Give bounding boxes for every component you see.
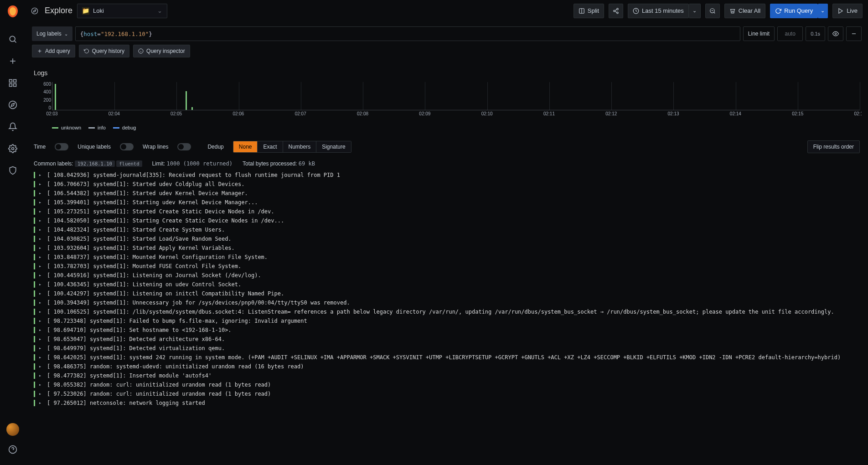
log-line[interactable]: ▸[ 97.265012] netconsole: network loggin… [32, 398, 859, 408]
log-line[interactable]: ▸[ 108.042936] systemd-journald[335]: Re… [32, 170, 859, 180]
log-list[interactable]: ▸[ 108.042936] systemd-journald[335]: Re… [32, 170, 862, 465]
log-line[interactable]: ▸[ 100.106525] systemd[1]: /lib/systemd/… [32, 307, 859, 316]
log-line[interactable]: ▸[ 100.445916] systemd[1]: Listening on … [32, 271, 859, 280]
expand-caret-icon[interactable]: ▸ [39, 271, 43, 280]
expand-caret-icon[interactable]: ▸ [39, 380, 43, 389]
flip-results-button[interactable]: Flip results order [807, 140, 860, 153]
log-line[interactable]: ▸[ 103.932604] systemd[1]: Started Apply… [32, 243, 859, 253]
log-line[interactable]: ▸[ 98.723348] systemd[1]: Failed to bump… [32, 316, 859, 326]
time-toggle[interactable] [55, 143, 68, 150]
legend-item[interactable]: debug [113, 125, 136, 130]
content: Log labels ⌄ {host="192.168.1.10"} Line … [26, 22, 868, 465]
log-line[interactable]: ▸[ 104.030825] systemd[1]: Started Load/… [32, 234, 859, 243]
run-query-button[interactable]: Run Query [770, 4, 818, 18]
search-icon[interactable] [4, 30, 22, 48]
line-limit-input[interactable]: auto [777, 26, 803, 41]
log-line[interactable]: ▸[ 100.424297] systemd[1]: Listening on … [32, 289, 859, 298]
log-line[interactable]: ▸[ 98.477382] systemd[1]: Inserted modul… [32, 371, 859, 380]
expand-caret-icon[interactable]: ▸ [39, 335, 43, 344]
expand-caret-icon[interactable]: ▸ [39, 207, 43, 216]
log-line[interactable]: ▸[ 97.523026] random: curl: uninitialize… [32, 389, 859, 398]
log-labels-button[interactable]: Log labels ⌄ [32, 26, 72, 41]
dedup-option[interactable]: Signature [316, 141, 351, 152]
log-line[interactable]: ▸[ 103.782703] systemd[1]: Mounted FUSE … [32, 262, 859, 271]
datasource-select[interactable]: 📁 Loki ⌄ [77, 4, 167, 18]
expand-caret-icon[interactable]: ▸ [39, 344, 43, 353]
expand-caret-icon[interactable]: ▸ [39, 180, 43, 189]
live-button[interactable]: Live [832, 4, 863, 18]
expand-caret-icon[interactable]: ▸ [39, 289, 43, 298]
log-line[interactable]: ▸[ 100.394349] systemd[1]: Unnecessary j… [32, 298, 859, 307]
log-line[interactable]: ▸[ 98.486375] random: systemd-udevd: uni… [32, 362, 859, 371]
log-line[interactable]: ▸[ 104.582050] systemd[1]: Starting Crea… [32, 216, 859, 225]
log-line[interactable]: ▸[ 104.482324] systemd[1]: Started Creat… [32, 225, 859, 234]
expand-caret-icon[interactable]: ▸ [39, 298, 43, 307]
remove-query-button[interactable] [846, 26, 862, 41]
configuration-icon[interactable] [4, 140, 22, 158]
share-button[interactable] [609, 4, 623, 18]
grafana-logo[interactable] [5, 5, 20, 19]
chart-plot-area[interactable] [52, 82, 860, 110]
expand-caret-icon[interactable]: ▸ [39, 198, 43, 207]
chevron-down-icon: ⌄ [64, 31, 68, 36]
alerting-icon[interactable] [4, 118, 22, 136]
timerange-chevron[interactable]: ⌄ [689, 4, 701, 18]
unique-labels-toggle[interactable] [120, 143, 134, 150]
legend-item[interactable]: unknown [52, 125, 81, 130]
query-history-button[interactable]: Query history [79, 45, 129, 57]
log-line[interactable]: ▸[ 105.273251] systemd[1]: Started Creat… [32, 207, 859, 216]
expand-caret-icon[interactable]: ▸ [39, 307, 43, 316]
expand-caret-icon[interactable]: ▸ [39, 316, 43, 326]
explore-icon[interactable] [4, 96, 22, 114]
expand-caret-icon[interactable]: ▸ [39, 189, 43, 198]
dashboards-icon[interactable] [4, 74, 22, 92]
log-line[interactable]: ▸[ 105.399401] systemd[1]: Starting udev… [32, 198, 859, 207]
zoom-out-button[interactable] [705, 4, 720, 18]
log-line[interactable]: ▸[ 106.544382] systemd[1]: Started udev … [32, 189, 859, 198]
log-line[interactable]: ▸[ 98.649979] systemd[1]: Detected virtu… [32, 344, 859, 353]
clear-all-button[interactable]: Clear All [724, 4, 765, 18]
run-query-dropdown[interactable]: ⌄ [818, 4, 828, 18]
log-line[interactable]: ▸[ 98.653047] systemd[1]: Detected archi… [32, 335, 859, 344]
avatar[interactable] [6, 423, 19, 436]
timerange-button[interactable]: Last 15 minutes [628, 4, 689, 18]
server-admin-icon[interactable] [4, 161, 22, 180]
panel-title: Logs [34, 69, 860, 77]
expand-caret-icon[interactable]: ▸ [39, 353, 43, 362]
expand-caret-icon[interactable]: ▸ [39, 262, 43, 271]
expand-caret-icon[interactable]: ▸ [39, 371, 43, 380]
expand-caret-icon[interactable]: ▸ [39, 398, 43, 408]
plus-icon[interactable] [4, 52, 22, 70]
toggle-visibility-button[interactable] [828, 26, 843, 41]
log-line[interactable]: ▸[ 98.055382] random: curl: uninitialize… [32, 380, 859, 389]
log-line[interactable]: ▸[ 98.642025] systemd[1]: systemd 242 ru… [32, 353, 859, 362]
wrap-lines-toggle[interactable] [177, 143, 191, 150]
log-text: [ 100.394349] systemd[1]: Unnecessary jo… [47, 298, 857, 307]
log-line[interactable]: ▸[ 98.694710] systemd[1]: Set hostname t… [32, 326, 859, 335]
expand-caret-icon[interactable]: ▸ [39, 280, 43, 289]
expand-caret-icon[interactable]: ▸ [39, 362, 43, 371]
expand-caret-icon[interactable]: ▸ [39, 253, 43, 262]
log-line[interactable]: ▸[ 103.848737] systemd[1]: Mounted Kerne… [32, 253, 859, 262]
add-query-button[interactable]: Add query [32, 45, 75, 57]
page-title: Explore [45, 6, 72, 16]
expand-caret-icon[interactable]: ▸ [39, 389, 43, 398]
query-input[interactable]: {host="192.168.1.10"} [75, 26, 740, 41]
expand-caret-icon[interactable]: ▸ [39, 216, 43, 225]
split-button[interactable]: Split [574, 4, 604, 18]
expand-caret-icon[interactable]: ▸ [39, 225, 43, 234]
expand-caret-icon[interactable]: ▸ [39, 326, 43, 335]
dedup-option[interactable]: Numbers [283, 141, 316, 152]
log-line[interactable]: ▸[ 106.706673] systemd[1]: Started udev … [32, 180, 859, 189]
dedup-option[interactable]: None [233, 141, 258, 152]
log-line[interactable]: ▸[ 100.436345] systemd[1]: Listening on … [32, 280, 859, 289]
expand-caret-icon[interactable]: ▸ [39, 170, 43, 180]
query-actions: Add query Query history Query inspector [32, 45, 862, 57]
legend-item[interactable]: info [88, 125, 106, 130]
log-text: [ 98.642025] systemd[1]: systemd 242 run… [47, 353, 857, 362]
expand-caret-icon[interactable]: ▸ [39, 243, 43, 253]
help-icon[interactable] [4, 440, 22, 459]
query-inspector-button[interactable]: Query inspector [133, 45, 190, 57]
expand-caret-icon[interactable]: ▸ [39, 234, 43, 243]
dedup-option[interactable]: Exact [257, 141, 282, 152]
